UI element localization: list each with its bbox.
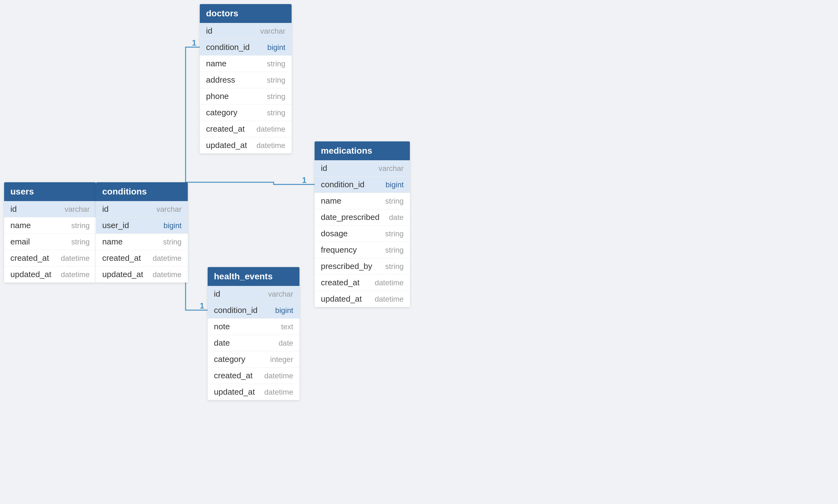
table-row: created_at datetime [314, 275, 410, 291]
table-users: users id varchar name string email strin… [4, 182, 96, 283]
table-row: created_at datetime [96, 250, 188, 267]
table-row: email string [4, 234, 96, 250]
table-row: updated_at datetime [96, 267, 188, 283]
table-row: name string [314, 193, 410, 209]
table-row: condition_id bigint [200, 39, 292, 56]
table-conditions: conditions id varchar user_id bigint nam… [96, 182, 188, 283]
table-row: address string [200, 72, 292, 88]
table-conditions-header: conditions [96, 182, 188, 201]
table-row: created_at datetime [200, 121, 292, 137]
table-row: created_at datetime [4, 250, 96, 267]
table-row: dosage string [314, 226, 410, 242]
table-row: updated_at datetime [314, 291, 410, 307]
table-row: frequency string [314, 242, 410, 258]
table-health-events-header: health_events [208, 267, 300, 286]
table-row: updated_at datetime [4, 267, 96, 283]
table-row: name string [200, 56, 292, 72]
table-row: name string [96, 234, 188, 250]
table-row: id varchar [200, 23, 292, 39]
svg-text:1: 1 [192, 38, 196, 48]
svg-text:1: 1 [302, 175, 306, 185]
table-row: category string [200, 105, 292, 121]
table-medications-header: medications [314, 141, 410, 160]
table-medications: medications id varchar condition_id bigi… [314, 141, 410, 307]
svg-text:1: 1 [200, 301, 204, 310]
table-row: updated_at datetime [200, 137, 292, 153]
table-row: user_id bigint [96, 217, 188, 234]
table-row: id varchar [314, 160, 410, 177]
table-row: category integer [208, 351, 300, 367]
table-health-events: health_events id varchar condition_id bi… [208, 267, 300, 400]
table-row: condition_id bigint [314, 177, 410, 193]
table-row: id varchar [96, 201, 188, 217]
table-row: condition_id bigint [208, 302, 300, 319]
table-doctors: doctors id varchar condition_id bigint n… [200, 4, 292, 153]
table-row: phone string [200, 88, 292, 105]
table-row: id varchar [208, 286, 300, 302]
table-doctors-header: doctors [200, 4, 292, 23]
table-row: date date [208, 335, 300, 351]
table-row: prescribed_by string [314, 258, 410, 275]
table-row: name string [4, 217, 96, 234]
diagram-canvas: 1 1 1 1 1 1 users id varchar name string… [0, 0, 838, 504]
table-row: note text [208, 319, 300, 335]
table-row: id varchar [4, 201, 96, 217]
table-row: date_prescribed date [314, 209, 410, 226]
table-row: updated_at datetime [208, 384, 300, 400]
table-row: created_at datetime [208, 367, 300, 384]
table-users-header: users [4, 182, 96, 201]
